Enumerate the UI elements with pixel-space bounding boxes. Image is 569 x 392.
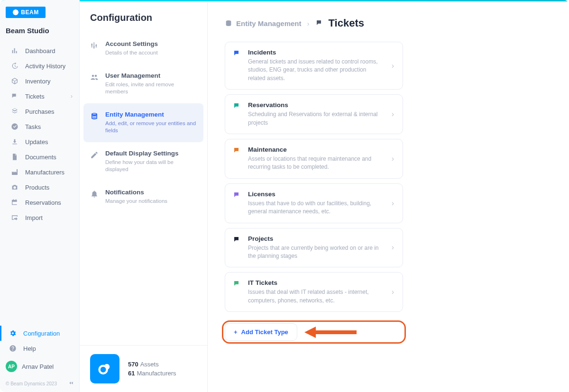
settings-notifications[interactable]: NotificationsManage your notifications (80, 181, 207, 213)
workspace-name[interactable]: Beam Studio (0, 21, 79, 43)
nav-products[interactable]: Products (2, 180, 77, 195)
history-icon (11, 62, 18, 70)
nav-label: Reservations (25, 199, 61, 206)
settings-item-title: Account Settings (105, 40, 158, 47)
left-sidebar: BEAM Beam Studio Dashboard Activity Hist… (0, 0, 80, 392)
svg-point-5 (101, 367, 106, 373)
logo-container: BEAM (0, 0, 79, 21)
copyright-text: © Beam Dynamics 2023 (6, 381, 57, 386)
chevron-right-icon: › (392, 155, 394, 163)
ticket-type-card[interactable]: IT TicketsIssues that deal with IT relat… (225, 272, 403, 312)
current-user[interactable]: AP Arnav Patel (0, 356, 79, 377)
sidebar-bottom-section: Configuration Help AP Arnav Patel © Beam… (0, 322, 79, 392)
card-desc: Projects that are currently being worked… (248, 244, 385, 261)
ticket-type-card[interactable]: LicensesIssues that have to do with our … (225, 183, 403, 223)
nav-manufacturers[interactable]: Manufacturers (2, 164, 77, 180)
avatar-initials: AP (8, 364, 15, 369)
settings-default-display[interactable]: Default Display SettingsDefine how your … (80, 142, 207, 181)
assets-label: Assets (140, 361, 159, 368)
svg-marker-7 (304, 327, 316, 338)
card-desc: Issues that have to do with our faciliti… (248, 200, 385, 216)
add-ticket-type-button[interactable]: + Add Ticket Type (225, 323, 297, 341)
card-title: Projects (248, 235, 385, 242)
dollar-icon (11, 108, 18, 115)
settings-item-title: Notifications (105, 189, 167, 196)
ticket-icon (233, 191, 241, 200)
ticket-type-card[interactable]: ProjectsProjects that are currently bein… (225, 228, 403, 268)
ticket-icon (315, 19, 324, 27)
chevron-right-icon: › (392, 243, 394, 252)
nav-configuration[interactable]: Configuration (0, 326, 79, 341)
nav-label: Help (23, 345, 36, 352)
nav-dashboard[interactable]: Dashboard (2, 43, 77, 58)
nav-label: Products (25, 184, 49, 191)
nav-activity-history[interactable]: Activity History (2, 58, 77, 73)
nav-label: Inventory (25, 78, 50, 85)
brand-logo[interactable]: BEAM (6, 7, 46, 18)
nav-tickets[interactable]: Tickets › (2, 89, 77, 104)
card-title: Maintenance (248, 146, 385, 153)
chevron-right-icon: › (392, 199, 394, 208)
ticket-icon (233, 280, 241, 288)
ticket-type-card[interactable]: MaintenanceAssets or locations that requ… (225, 139, 403, 179)
manufacturers-count: 61 (128, 370, 135, 377)
settings-item-sub: Add, edit, or remove your entities and f… (105, 120, 197, 135)
database-icon (225, 19, 232, 27)
ticket-icon (233, 236, 241, 244)
settings-item-sub: Define how your data will be displayed (105, 159, 197, 173)
camera-icon (11, 183, 18, 191)
import-icon (11, 214, 18, 221)
chevron-right-icon: › (392, 288, 394, 296)
box-icon (11, 77, 18, 85)
chevron-right-icon: › (392, 62, 394, 70)
nav-documents[interactable]: Documents (2, 149, 77, 164)
nav-purchases[interactable]: Purchases (2, 104, 77, 119)
nav-tasks[interactable]: Tasks (2, 119, 77, 134)
settings-item-sub: Edit roles, invite and remove members (105, 81, 197, 96)
nav-label: Updates (25, 138, 48, 146)
chevron-right-icon: › (71, 93, 73, 100)
settings-user-management[interactable]: User ManagementEdit roles, invite and re… (80, 64, 207, 103)
nav-label: Purchases (25, 108, 54, 115)
card-title: Incidents (248, 49, 385, 56)
settings-item-title: Entity Management (105, 111, 197, 118)
nav-reservations[interactable]: Reservations (2, 195, 77, 210)
avatar: AP (6, 361, 17, 372)
ticket-type-card[interactable]: IncidentsGeneral tickets and issues rela… (225, 42, 403, 90)
nav-label: Import (25, 214, 43, 221)
collapse-sidebar-icon[interactable] (68, 380, 74, 387)
nav-label: Tasks (25, 123, 41, 130)
sliders-icon (90, 41, 99, 50)
nav-label: Manufacturers (25, 169, 64, 176)
ticket-type-list: IncidentsGeneral tickets and issues rela… (225, 42, 403, 341)
card-desc: Assets or locations that require mainten… (248, 155, 385, 172)
settings-footer: 570Assets 61Manufacturers (80, 345, 207, 392)
nav-help[interactable]: Help (0, 341, 79, 356)
settings-item-sub: Manage your notifications (105, 198, 167, 205)
settings-item-title: Default Display Settings (105, 150, 197, 157)
download-icon (11, 138, 18, 146)
settings-item-sub: Details of the account (105, 49, 158, 57)
nav-inventory[interactable]: Inventory (2, 73, 77, 89)
nav-label: Dashboard (25, 47, 55, 55)
breadcrumb: Entity Management › Tickets (225, 17, 550, 29)
card-title: IT Tickets (248, 279, 385, 286)
primary-nav: Dashboard Activity History Inventory Tic… (0, 43, 79, 322)
add-button-label: Add Ticket Type (241, 328, 288, 336)
factory-icon (11, 168, 18, 176)
chevron-right-icon: › (392, 110, 394, 119)
chevron-right-icon: › (307, 19, 310, 27)
stats-manufacturers: 61Manufacturers (128, 370, 176, 377)
svg-point-1 (93, 46, 95, 48)
settings-entity-management[interactable]: Entity ManagementAdd, edit, or remove yo… (83, 103, 203, 142)
nav-updates[interactable]: Updates (2, 134, 77, 149)
breadcrumb-parent[interactable]: Entity Management (225, 19, 302, 27)
bar-chart-icon (11, 47, 18, 55)
svg-point-0 (91, 44, 92, 46)
ticket-type-card[interactable]: ReservationsScheduling and Reservations … (225, 94, 403, 134)
nav-import[interactable]: Import (2, 210, 77, 225)
card-title: Reservations (248, 101, 385, 109)
settings-account[interactable]: Account SettingsDetails of the account (80, 33, 207, 64)
ticket-icon (11, 92, 18, 100)
calendar-icon (11, 199, 18, 206)
